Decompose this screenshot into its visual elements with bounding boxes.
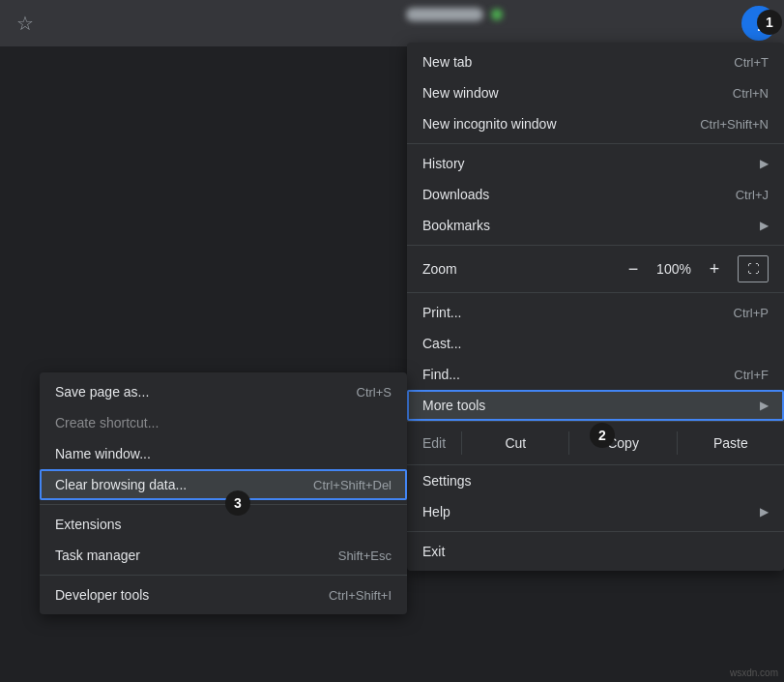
- submenu-item-save-page[interactable]: Save page as... Ctrl+S: [40, 376, 407, 407]
- submenu-label-task-manager: Task manager: [55, 548, 338, 563]
- submenu-label-name-window: Name window...: [55, 446, 392, 461]
- submenu-label-extensions: Extensions: [55, 517, 392, 532]
- arrow-icon-more-tools: ▶: [760, 399, 769, 412]
- watermark: wsxdn.com: [730, 667, 778, 678]
- submenu-item-developer-tools[interactable]: Developer tools Ctrl+Shift+I: [40, 579, 407, 610]
- cut-button[interactable]: Cut: [462, 426, 568, 460]
- copy-button[interactable]: Copy: [569, 426, 676, 460]
- separator-4: [407, 531, 784, 532]
- paste-button[interactable]: Paste: [678, 426, 784, 460]
- submenu-shortcut-task-manager: Shift+Esc: [338, 549, 392, 563]
- menu-label-bookmarks: Bookmarks: [422, 218, 752, 233]
- tab-indicator: [491, 9, 503, 20]
- menu-item-new-window[interactable]: New window Ctrl+N: [407, 77, 784, 108]
- zoom-row: Zoom − 100% + ⛶: [407, 250, 784, 288]
- menu-label-downloads: Downloads: [422, 187, 736, 202]
- menu-label-exit: Exit: [422, 544, 769, 559]
- separator-3: [407, 292, 784, 293]
- submenu-item-clear-browsing[interactable]: Clear browsing data... Ctrl+Shift+Del: [40, 469, 407, 500]
- arrow-icon-help: ▶: [760, 505, 769, 519]
- edit-label: Edit: [407, 428, 461, 459]
- sub-separator-2: [40, 575, 407, 576]
- fullscreen-button[interactable]: ⛶: [738, 255, 769, 282]
- menu-item-new-tab[interactable]: New tab Ctrl+T: [407, 46, 784, 77]
- submenu-shortcut-developer-tools: Ctrl+Shift+I: [329, 588, 392, 603]
- badge-1: 1: [757, 10, 782, 35]
- menu-item-settings[interactable]: Settings: [407, 465, 784, 496]
- menu-item-bookmarks[interactable]: Bookmarks ▶: [407, 210, 784, 241]
- submenu-label-save-page: Save page as...: [55, 384, 357, 400]
- zoom-minus-button[interactable]: −: [618, 253, 649, 284]
- menu-label-more-tools: More tools: [422, 398, 752, 413]
- zoom-label: Zoom: [422, 261, 618, 277]
- browser-tabs: [406, 8, 726, 21]
- submenu-item-name-window[interactable]: Name window...: [40, 438, 407, 469]
- menu-label-settings: Settings: [422, 473, 769, 489]
- menu-shortcut-new-tab: Ctrl+T: [734, 55, 769, 70]
- badge-2: 2: [590, 423, 615, 448]
- menu-shortcut-find: Ctrl+F: [734, 368, 769, 382]
- arrow-icon-history: ▶: [760, 157, 769, 170]
- star-icon: ☆: [16, 12, 34, 35]
- menu-label-find: Find...: [422, 367, 734, 382]
- menu-item-exit[interactable]: Exit: [407, 536, 784, 567]
- menu-item-help[interactable]: Help ▶: [407, 496, 784, 527]
- zoom-plus-icon: +: [710, 259, 720, 280]
- separator-2: [407, 245, 784, 246]
- bookmark-star[interactable]: ☆: [8, 6, 43, 41]
- more-tools-submenu: Save page as... Ctrl+S Create shortcut..…: [40, 372, 407, 614]
- menu-shortcut-downloads: Ctrl+J: [736, 188, 769, 202]
- menu-shortcut-new-incognito: Ctrl+Shift+N: [700, 117, 769, 132]
- menu-item-downloads[interactable]: Downloads Ctrl+J: [407, 179, 784, 210]
- submenu-item-create-shortcut[interactable]: Create shortcut...: [40, 407, 407, 438]
- zoom-minus-icon: −: [628, 259, 639, 280]
- submenu-shortcut-clear-browsing: Ctrl+Shift+Del: [313, 478, 392, 492]
- menu-label-print: Print...: [422, 305, 734, 320]
- menu-item-find[interactable]: Find... Ctrl+F: [407, 359, 784, 390]
- browser-bar: ☆ ⋮: [0, 0, 784, 46]
- menu-item-print[interactable]: Print... Ctrl+P: [407, 297, 784, 328]
- submenu-item-task-manager[interactable]: Task manager Shift+Esc: [40, 540, 407, 571]
- badge-3: 3: [225, 490, 250, 516]
- menu-shortcut-new-window: Ctrl+N: [733, 86, 769, 101]
- zoom-value: 100%: [649, 261, 699, 277]
- menu-label-history: History: [422, 156, 752, 171]
- menu-label-new-incognito: New incognito window: [422, 116, 700, 132]
- chrome-menu: New tab Ctrl+T New window Ctrl+N New inc…: [407, 43, 784, 571]
- menu-item-cast[interactable]: Cast...: [407, 328, 784, 359]
- submenu-shortcut-save-page: Ctrl+S: [357, 385, 392, 400]
- menu-item-history[interactable]: History ▶: [407, 148, 784, 179]
- submenu-label-clear-browsing: Clear browsing data...: [55, 477, 313, 492]
- submenu-item-extensions[interactable]: Extensions: [40, 509, 407, 540]
- separator-1: [407, 143, 784, 144]
- zoom-plus-button[interactable]: +: [699, 253, 730, 284]
- sub-separator-1: [40, 504, 407, 505]
- menu-item-more-tools[interactable]: More tools ▶: [407, 390, 784, 421]
- arrow-icon-bookmarks: ▶: [760, 219, 769, 232]
- tab-1: [406, 8, 483, 21]
- menu-shortcut-print: Ctrl+P: [734, 306, 769, 320]
- menu-item-new-incognito[interactable]: New incognito window Ctrl+Shift+N: [407, 108, 784, 139]
- fullscreen-icon: ⛶: [747, 262, 759, 276]
- menu-label-cast: Cast...: [422, 336, 769, 351]
- submenu-label-create-shortcut: Create shortcut...: [55, 415, 392, 430]
- menu-label-new-tab: New tab: [422, 54, 734, 70]
- menu-label-new-window: New window: [422, 85, 733, 101]
- menu-label-help: Help: [422, 504, 752, 519]
- submenu-label-developer-tools: Developer tools: [55, 587, 329, 603]
